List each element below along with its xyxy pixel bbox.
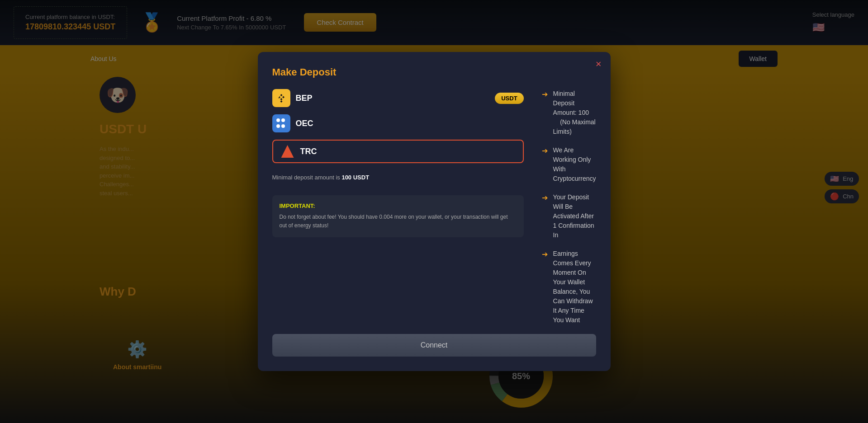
modal-content: BEP USDT OEC xyxy=(272,89,596,325)
important-label: IMPORTANT: xyxy=(280,202,517,209)
info-item-3: ➔ Your Deposit Will Be Activated After 1… xyxy=(542,193,596,240)
bep-network-option[interactable]: BEP USDT xyxy=(272,89,524,107)
arrow-icon-1: ➔ xyxy=(542,90,548,99)
bep-label: BEP xyxy=(296,94,313,103)
info-item-2: ➔ We Are Working Only With Cryptocurrenc… xyxy=(542,146,596,183)
minimal-deposit-text: Minimal deposit amount is 100 USDT xyxy=(272,174,524,181)
minimal-deposit-amount: 100 USDT xyxy=(342,174,369,181)
trc-network-option[interactable]: TRC xyxy=(272,140,524,163)
info-text-1: Minimal Deposit Amount: 100 (No Maximal … xyxy=(553,89,596,136)
info-text-2: We Are Working Only With Cryptocurrency xyxy=(553,146,596,183)
bnb-svg xyxy=(275,92,288,104)
arrow-icon-3: ➔ xyxy=(542,193,548,202)
oec-icon xyxy=(272,114,290,132)
important-text: Do not forget about fee! You should have… xyxy=(280,213,517,230)
important-box: IMPORTANT: Do not forget about fee! You … xyxy=(272,195,524,237)
usdt-badge: USDT xyxy=(495,93,523,104)
modal-right-panel: ➔ Minimal Deposit Amount: 100 (No Maxima… xyxy=(542,89,596,325)
bep-icon xyxy=(272,89,290,107)
arrow-icon-2: ➔ xyxy=(542,146,548,155)
trc-icon xyxy=(280,144,295,159)
trc-label: TRC xyxy=(300,147,317,156)
info-text-3: Your Deposit Will Be Activated After 1 C… xyxy=(553,193,596,240)
connect-button[interactable]: Connect xyxy=(272,334,596,357)
trc-triangle-icon xyxy=(281,145,294,158)
info-item-4: ➔ Earnings Comes Every Moment On Your Wa… xyxy=(542,249,596,325)
info-text-4: Earnings Comes Every Moment On Your Wall… xyxy=(553,249,596,325)
oec-dots xyxy=(276,118,286,128)
arrow-icon-4: ➔ xyxy=(542,250,548,258)
modal-close-button[interactable]: × xyxy=(596,59,602,69)
oec-label: OEC xyxy=(296,119,313,128)
modal-overlay: Make Deposit × BEP USDT xyxy=(0,0,868,423)
modal-title: Make Deposit xyxy=(272,66,596,78)
modal-left-panel: BEP USDT OEC xyxy=(272,89,524,325)
make-deposit-modal: Make Deposit × BEP USDT xyxy=(258,52,611,371)
oec-network-option[interactable]: OEC xyxy=(272,114,524,132)
info-item-1: ➔ Minimal Deposit Amount: 100 (No Maxima… xyxy=(542,89,596,136)
